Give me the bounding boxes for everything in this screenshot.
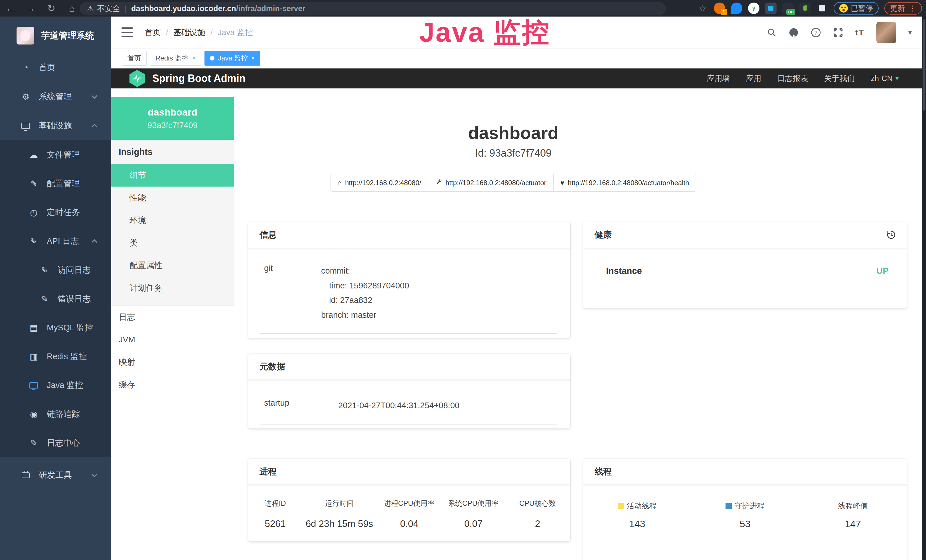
tab-close-icon[interactable]: × — [251, 54, 255, 62]
screen: ← → ↻ ⌂ ⚠ 不安全 | dashboard.yudao.iocoder.… — [0, 0, 926, 560]
sba-menu-environment[interactable]: 环境 — [111, 209, 234, 232]
info-line: time: 1596289704000 — [321, 278, 409, 293]
sidebar-item-system[interactable]: ⚙ 系统管理 — [0, 82, 111, 111]
sidebar-item-config[interactable]: ✎ 配置管理 — [0, 169, 111, 198]
app-logo: 芋道管理系统 — [0, 17, 111, 53]
sidebar-item-access-log[interactable]: ✎ 访问日志 — [0, 256, 111, 285]
metadata-label: startup — [264, 398, 338, 413]
tab-java-monitor[interactable]: Java 监控 × — [204, 51, 260, 66]
reload-icon[interactable]: ↻ — [41, 3, 62, 14]
extension-grid-icon[interactable] — [765, 3, 776, 14]
sba-logo-icon[interactable] — [130, 70, 145, 87]
metadata-card-title: 元数据 — [248, 354, 570, 380]
scrollbar[interactable] — [922, 17, 926, 560]
scrollbar-thumb[interactable] — [923, 20, 925, 111]
process-col-header: 系统CPU使用率 — [442, 499, 505, 508]
sba-menu-metrics[interactable]: 性能 — [111, 186, 234, 209]
info-card: 信息 git commit: time: 1596289704000 id: 2… — [248, 222, 570, 338]
tab-redis-monitor[interactable]: Redis 监控 × — [150, 51, 201, 66]
browser-home-icon[interactable]: ⌂ — [62, 3, 82, 14]
chrome-update-button[interactable]: 更新 ⋮ — [884, 2, 922, 15]
search-icon[interactable] — [767, 28, 776, 37]
history-icon[interactable] — [886, 229, 897, 242]
sidebar-item-log-center[interactable]: ✎ 日志中心 — [0, 428, 111, 457]
sba-language-select[interactable]: zh-CN ▾ — [871, 74, 899, 83]
url-host: dashboard.yudao.iocoder.cn — [131, 4, 236, 13]
sidebar-item-dev-tools[interactable]: 研发工具 — [0, 461, 111, 490]
extensions-puzzle-icon[interactable] — [817, 3, 828, 14]
sidebar-item-error-log[interactable]: ✎ 错误日志 — [0, 285, 111, 313]
sidebar-item-home[interactable]: ◔ 首页 — [0, 53, 111, 82]
endpoint-home-button[interactable]: ⌂ http://192.168.0.2:48080/ — [331, 174, 428, 192]
breadcrumb-home[interactable]: 首页 — [145, 27, 161, 38]
hamburger-icon[interactable] — [121, 27, 133, 37]
sba-menu-mappings[interactable]: 映射 — [111, 351, 234, 374]
fullscreen-icon[interactable] — [833, 27, 843, 38]
extension-y-icon[interactable]: y — [748, 3, 760, 14]
sba-menu-caches[interactable]: 缓存 — [111, 374, 234, 396]
legend-square-daemon-threads — [726, 503, 732, 509]
legend-value: 53 — [740, 518, 750, 530]
gauge-icon: ◔ — [21, 63, 31, 73]
forward-icon[interactable]: → — [21, 3, 41, 14]
extension-badge-on: on — [786, 9, 795, 15]
process-col-value: 0.07 — [442, 518, 505, 529]
sidebar-item-tracing[interactable]: ◉ 链路追踪 — [0, 400, 111, 428]
layers-icon: ▥ — [29, 351, 39, 362]
threads-legend: 活动线程 143 守护进程 53 线程峰值 — [583, 485, 907, 530]
tab-label: Java 监控 — [218, 54, 248, 63]
profile-paused-chip[interactable]: 已暂停 — [834, 2, 879, 15]
sba-instance-header[interactable]: dashboard 93a3fc7f7409 — [111, 97, 234, 140]
sba-nav-applications[interactable]: 应用 — [746, 73, 761, 83]
address-bar[interactable]: ⚠ 不安全 | dashboard.yudao.iocoder.cn/infra… — [80, 2, 666, 15]
sba-brand[interactable]: Spring Boot Admin — [152, 73, 245, 85]
sidebar-item-infra[interactable]: 基础设施 — [0, 111, 111, 140]
extension-icon-1[interactable]: 1 — [714, 3, 725, 14]
sidebar-item-java-monitor[interactable]: Java 监控 — [0, 371, 111, 400]
profile-emoji-icon — [839, 4, 848, 12]
health-instance-label: Instance — [606, 266, 642, 276]
sba-nav-wallboard[interactable]: 应用墙 — [707, 73, 730, 83]
docs-help-icon[interactable]: ? — [811, 27, 821, 38]
app-sidebar: 芋道管理系统 ◔ 首页 ⚙ 系统管理 基础设施 ☁ 文件管理 ✎ 配置管理 — [0, 17, 111, 560]
breadcrumb-infra[interactable]: 基础设施 — [173, 27, 205, 38]
kebab-menu-icon[interactable]: ⋮ — [909, 4, 916, 13]
sba-menu-details[interactable]: 细节 — [111, 164, 234, 186]
bookmark-star-icon[interactable]: ☆ — [699, 3, 707, 14]
extension-leaf-icon[interactable] — [799, 3, 811, 14]
sba-nav-about[interactable]: 关于我们 — [824, 73, 855, 83]
user-caret-icon[interactable]: ▾ — [908, 29, 912, 36]
extension-on-icon[interactable]: on — [782, 3, 794, 14]
github-icon[interactable] — [788, 27, 799, 38]
sidebar-item-api-log[interactable]: ✎ API 日志 — [0, 227, 111, 256]
metadata-card: 元数据 startup 2021-04-27T00:44:31.254+08:0… — [248, 354, 570, 428]
sidebar-item-files[interactable]: ☁ 文件管理 — [0, 140, 111, 169]
profile-paused-label: 已暂停 — [851, 3, 873, 14]
sba-menu-logs[interactable]: 日志 — [111, 306, 234, 328]
legend-label: 线程峰值 — [838, 501, 868, 511]
process-col-value: 2 — [505, 518, 570, 529]
process-card: 进程 进程ID 5261 运行时间 6d 23h 15m 59s 进程CPU使用… — [248, 459, 570, 542]
sba-menu-config-props[interactable]: 配置属性 — [111, 254, 234, 277]
user-avatar[interactable] — [876, 22, 896, 43]
endpoint-health-button[interactable]: ♥ http://192.168.0.2:48080/actuator/heal… — [554, 174, 696, 192]
sba-menu-scheduled-tasks[interactable]: 计划任务 — [111, 277, 234, 299]
process-col-value: 5261 — [248, 518, 302, 529]
process-table: 进程ID 5261 运行时间 6d 23h 15m 59s 进程CPU使用率 0… — [248, 485, 570, 529]
health-card-title: 健康 — [595, 229, 612, 241]
sba-nav-journal[interactable]: 日志报表 — [777, 73, 808, 83]
sidebar-item-mysql[interactable]: ▤ MySQL 监控 — [0, 313, 111, 342]
sba-menu-classes[interactable]: 类 — [111, 232, 234, 254]
back-icon[interactable]: ← — [0, 3, 21, 14]
tab-close-icon[interactable]: × — [192, 54, 196, 62]
extension-pin-icon[interactable] — [731, 3, 742, 14]
breadcrumb-current: Java 监控 — [218, 27, 253, 38]
sidebar-item-jobs[interactable]: ◷ 定时任务 — [0, 198, 111, 227]
endpoint-actuator-button[interactable]: http://192.168.0.2:48080/actuator — [428, 174, 554, 192]
chevron-down-icon — [92, 93, 97, 99]
sidebar-item-redis[interactable]: ▥ Redis 监控 — [0, 342, 111, 371]
endpoint-url: http://192.168.0.2:48080/actuator — [445, 179, 546, 187]
tab-home[interactable]: 首页 — [122, 51, 147, 66]
font-size-icon[interactable]: tT — [855, 28, 864, 37]
sba-menu-jvm[interactable]: JVM — [111, 328, 234, 351]
